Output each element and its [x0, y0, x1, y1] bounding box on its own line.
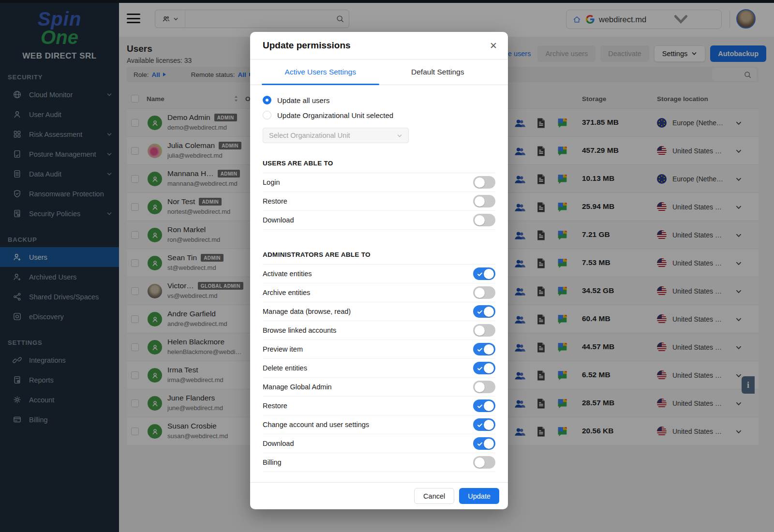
toggle-billing[interactable]	[473, 456, 495, 469]
cancel-button[interactable]: Cancel	[414, 488, 454, 504]
toggle-activate-entities[interactable]	[473, 267, 495, 280]
toggle-manage-global-admin[interactable]	[473, 381, 495, 393]
permission-label: Manage data (browse, read)	[263, 308, 351, 315]
check-icon	[477, 271, 483, 277]
toggle-knob	[484, 420, 494, 430]
toggle-knob	[484, 307, 494, 317]
permission-row: Download	[263, 211, 495, 230]
toggle-delete-entities[interactable]	[473, 362, 495, 374]
permission-label: Delete entities	[263, 364, 307, 372]
check-icon	[477, 309, 483, 314]
permission-label: Login	[263, 178, 280, 186]
radio-label: Update all users	[277, 96, 329, 104]
toggle-restore[interactable]	[473, 399, 495, 412]
permissions-section-title: USERS ARE ABLE TO	[263, 160, 495, 173]
check-icon	[477, 346, 483, 352]
chevron-down-icon	[397, 133, 402, 138]
toggle-manage-data-browse-read-[interactable]	[473, 305, 495, 318]
tab-default-settings[interactable]: Default Settings	[379, 59, 497, 85]
permission-row: Billing	[263, 453, 495, 472]
permission-row: Browse linked accounts	[263, 321, 495, 340]
modal-tabs: Active Users SettingsDefault Settings	[250, 59, 508, 85]
radio-option[interactable]: Update all users	[263, 96, 495, 104]
permission-row: Manage Global Admin	[263, 378, 495, 397]
permissions-section-title: ADMINISTRATORS ARE ABLE TO	[263, 251, 495, 265]
modal-title: Update permissions	[263, 40, 351, 51]
radio-label: Update Organizational Unit selected	[277, 111, 393, 119]
permission-row: Manage data (browse, read)	[263, 302, 495, 321]
toggle-knob	[475, 177, 485, 188]
organizational-unit-select[interactable]: Select Organizational Unit	[263, 128, 409, 143]
radio-option[interactable]: Update Organizational Unit selected	[263, 111, 495, 119]
toggle-preview-item[interactable]	[473, 343, 495, 355]
toggle-knob	[475, 325, 485, 336]
permission-row: Delete entities	[263, 359, 495, 378]
permission-label: Download	[263, 440, 294, 447]
permission-row: Preview item	[263, 340, 495, 359]
permission-row: Restore	[263, 192, 495, 211]
toggle-download[interactable]	[473, 214, 495, 226]
toggle-archive-entities[interactable]	[473, 286, 495, 299]
permission-row: Download	[263, 434, 495, 453]
toggle-download[interactable]	[473, 437, 495, 450]
permission-label: Browse linked accounts	[263, 326, 336, 334]
permission-label: Change account and user settings	[263, 421, 369, 429]
update-button[interactable]: Update	[459, 488, 499, 504]
toggle-knob	[475, 382, 485, 392]
select-placeholder: Select Organizational Unit	[269, 132, 350, 139]
permission-row: Restore	[263, 397, 495, 415]
update-permissions-modal: Update permissions ✕ Active Users Settin…	[250, 32, 508, 509]
toggle-knob	[475, 458, 485, 468]
permission-label: Archive entities	[263, 289, 310, 296]
permission-label: Manage Global Admin	[263, 383, 332, 391]
permission-row: Login	[263, 173, 495, 192]
permission-label: Activate entities	[263, 270, 312, 278]
modal-footer: Cancel Update	[250, 482, 508, 509]
toggle-knob	[475, 215, 485, 225]
toggle-knob	[484, 269, 494, 279]
toggle-knob	[484, 401, 494, 411]
check-icon	[477, 365, 483, 371]
toggle-knob	[475, 288, 485, 298]
radio-selected-icon[interactable]	[263, 96, 271, 104]
permission-label: Restore	[263, 402, 287, 410]
permission-label: Billing	[263, 458, 282, 466]
toggle-browse-linked-accounts[interactable]	[473, 324, 495, 337]
toggle-change-account-and-user-settings[interactable]	[473, 418, 495, 431]
permission-label: Preview item	[263, 345, 303, 353]
tab-active-users-settings[interactable]: Active Users Settings	[262, 59, 379, 85]
check-icon	[477, 441, 483, 446]
permission-label: Restore	[263, 197, 287, 205]
permission-row: Change account and user settings	[263, 415, 495, 434]
toggle-knob	[484, 439, 494, 449]
check-icon	[477, 422, 483, 428]
permission-row: Archive entities	[263, 283, 495, 302]
modal-body: Update all usersUpdate Organizational Un…	[250, 96, 508, 472]
modal-header: Update permissions ✕	[250, 32, 508, 59]
permission-label: Download	[263, 216, 294, 224]
toggle-knob	[484, 344, 494, 355]
close-icon[interactable]: ✕	[490, 40, 497, 51]
toggle-knob	[484, 363, 494, 373]
toggle-restore[interactable]	[473, 195, 495, 207]
toggle-knob	[475, 196, 485, 207]
permission-row: Activate entities	[263, 265, 495, 283]
check-icon	[477, 403, 483, 409]
radio-unselected-icon[interactable]	[263, 111, 271, 119]
toggle-login[interactable]	[473, 176, 495, 189]
